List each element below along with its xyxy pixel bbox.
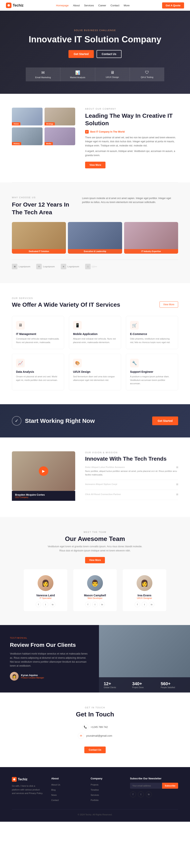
stats-bar: 12+ Global Clients 340+ Project Done 560… bbox=[99, 677, 190, 692]
get-quote-button[interactable]: Get A Quote bbox=[162, 2, 184, 8]
footer-facebook-icon[interactable]: f bbox=[130, 792, 136, 797]
instagram-icon-2[interactable]: in bbox=[99, 602, 105, 607]
nav-more[interactable]: More bbox=[124, 4, 130, 7]
about-view-more-button[interactable]: View More bbox=[85, 162, 105, 168]
logo-box-1: ▣ bbox=[12, 264, 18, 269]
vision-person: Brayden Mcquire Cortes CEO Company bbox=[12, 491, 75, 501]
get-started-button[interactable]: Get Started bbox=[68, 50, 94, 58]
service-data-title: Data Analysis bbox=[16, 370, 60, 373]
service-support-desc: A positure a magna ipsum pulvinar diam. … bbox=[130, 375, 174, 385]
footer-link-services-a[interactable]: Services bbox=[91, 794, 99, 796]
stat-projects: 340+ Project Done bbox=[132, 681, 157, 688]
logo-item-2: ⊕ Logoipsum bbox=[36, 264, 55, 269]
service-uiux-desc: Sed fermentum diam sed urna duis congue … bbox=[73, 375, 117, 382]
footer-link-timeline-a[interactable]: Timeline bbox=[91, 789, 99, 791]
footer-link-contact-a[interactable]: Contact bbox=[51, 799, 59, 801]
contact-email-row: ✉ youralmail@gmail.com bbox=[78, 733, 112, 739]
footer-link-blog[interactable]: Blog bbox=[51, 788, 83, 792]
twitter-icon-3[interactable]: t bbox=[142, 602, 147, 607]
nav-contact[interactable]: Contact bbox=[110, 4, 119, 7]
email-icon: ✉ bbox=[28, 70, 58, 75]
it-management-icon: 🖥 bbox=[16, 321, 25, 330]
feature-uiux-label: UI/UX Design bbox=[97, 76, 128, 79]
facebook-icon[interactable]: f bbox=[36, 602, 41, 607]
instagram-icon-3[interactable]: in bbox=[149, 602, 154, 607]
service-data: 📈 Data Analysis Ornare mi placerat sit a… bbox=[12, 354, 64, 391]
logo-text: Techiz bbox=[13, 3, 24, 7]
footer-link-news[interactable]: News bbox=[51, 793, 83, 797]
services-view-more-button[interactable]: View More bbox=[160, 301, 178, 308]
newsletter-input[interactable] bbox=[130, 783, 162, 789]
feature-market: 📊 Market Analysis bbox=[60, 67, 95, 81]
check-icon: ✓ bbox=[12, 416, 21, 426]
logo-item-4: ◻ □□○○ bbox=[85, 264, 97, 269]
vision-item-1-title: Dolor Aliquet Letus Porttitor Aeneanre ▤ bbox=[85, 466, 178, 468]
footer-link-portfolio[interactable]: Portfolio bbox=[91, 798, 122, 802]
feature-uiux: 🖥 UI/UX Design bbox=[95, 67, 130, 81]
why-img-2-caption: Executive & Leadership bbox=[68, 249, 122, 254]
contact-us-button[interactable]: Contact Us bbox=[97, 50, 122, 58]
facebook-icon-2[interactable]: f bbox=[85, 602, 91, 607]
team-grid: 👩 Vanessa Laird IT Specialist f t in 👨 M… bbox=[12, 569, 178, 611]
nav-career[interactable]: Career bbox=[98, 4, 106, 7]
nav-services[interactable]: Services bbox=[84, 4, 94, 7]
footer-company-links: Projects Timeline Services Portfolio bbox=[91, 783, 122, 802]
why-img-executive: Executive & Leadership bbox=[68, 222, 122, 254]
nav-links: Homepage About Services Career Contact M… bbox=[56, 4, 130, 7]
twitter-icon[interactable]: t bbox=[43, 602, 48, 607]
feature-qa: 🛡 QA & Testing bbox=[130, 67, 164, 81]
hero-section: Solve Business Challenge Innovative IT S… bbox=[0, 11, 190, 94]
about-img-strategy: Strategy bbox=[44, 107, 75, 125]
contact-button[interactable]: Contact Us bbox=[84, 746, 105, 753]
footer-link-projects-a[interactable]: Projects bbox=[91, 783, 99, 786]
testimonial-left: Testimonial Review From Our Clients Vest… bbox=[0, 625, 99, 692]
footer-link-projects[interactable]: Projects bbox=[91, 783, 122, 786]
service-ecommerce-desc: Odio pharetra, vestibulum erat adipiscin… bbox=[130, 337, 174, 344]
logo-icon bbox=[6, 3, 11, 8]
vision-person-name: Brayden Mcquire Cortes bbox=[15, 493, 72, 496]
footer-link-portfolio-a[interactable]: Portfolio bbox=[91, 799, 99, 801]
service-mobile-desc: Aliquam erat volutpat nisl vehicula. Nun… bbox=[73, 337, 117, 344]
hero-title: Innovative IT Solution Company bbox=[29, 34, 161, 45]
vision-item-3-title: Click All Reset Connection Partner ▤ bbox=[85, 493, 178, 496]
strategy-label: Strategy bbox=[44, 122, 55, 125]
footer-socials: f t in bbox=[130, 792, 178, 797]
footer-link-services[interactable]: Services bbox=[91, 793, 122, 797]
about-pretitle: About Our Company bbox=[85, 107, 178, 110]
footer-link-blog-a[interactable]: Blog bbox=[51, 789, 56, 791]
footer-link-aboutus[interactable]: About Us bbox=[51, 783, 83, 786]
footer-link-contact[interactable]: Contact bbox=[51, 798, 83, 802]
footer-linkedin-icon[interactable]: in bbox=[146, 792, 152, 797]
about-title: Leading The Way In Creative IT Solution bbox=[85, 112, 178, 127]
newsletter-subscribe-button[interactable]: Subscribe bbox=[162, 783, 178, 789]
testimonial-title: Review From Our Clients bbox=[10, 642, 89, 649]
navbar: Techiz Homepage About Services Career Co… bbox=[0, 0, 190, 11]
play-button[interactable]: ▶ bbox=[39, 466, 48, 476]
footer-about-links: About Us Blog News Contact bbox=[51, 783, 83, 802]
footer-col-newsletter: Subscribe Our Newsletter Subscribe f t i… bbox=[130, 777, 178, 803]
facebook-icon-3[interactable]: f bbox=[135, 602, 140, 607]
twitter-icon-2[interactable]: t bbox=[92, 602, 98, 607]
vision-pretitle: Our Vision & Mission bbox=[85, 451, 178, 454]
nav-homepage[interactable]: Homepage bbox=[56, 4, 69, 7]
testi-avatar: 👩 bbox=[10, 672, 19, 681]
footer-link-news-a[interactable]: News bbox=[51, 794, 57, 796]
why-pretitle: Why Choose Us bbox=[12, 196, 70, 199]
nav-about[interactable]: About bbox=[73, 4, 80, 7]
team-view-more-button[interactable]: View More bbox=[85, 557, 105, 563]
contact-section: Get In Touch Get In Touch 📞 +1245 789 74… bbox=[0, 692, 190, 767]
why-img-industry: IT Industry Expertise bbox=[124, 222, 178, 254]
contact-phone: +1245 789 742 bbox=[90, 725, 108, 728]
support-icon: 🔧 bbox=[130, 359, 139, 367]
service-ecommerce: 🛒 E-Commerce Odio pharetra, vestibulum e… bbox=[126, 316, 178, 349]
footer-link-aboutus-a[interactable]: About Us bbox=[51, 783, 60, 786]
instagram-icon[interactable]: in bbox=[50, 602, 55, 607]
footer-twitter-icon[interactable]: t bbox=[138, 792, 144, 797]
contact-pretitle: Get In Touch bbox=[12, 706, 178, 709]
feature-email: ✉ Email Marketing bbox=[26, 67, 60, 81]
service-uiux-title: UI/UX Design bbox=[73, 370, 117, 373]
cta-button[interactable]: Get Started bbox=[152, 416, 178, 425]
logo[interactable]: Techiz bbox=[6, 3, 24, 8]
vision-item-1-body: Nunc porttitor, aliquet luctus porttitor… bbox=[85, 469, 178, 476]
footer-link-timeline[interactable]: Timeline bbox=[91, 788, 122, 792]
